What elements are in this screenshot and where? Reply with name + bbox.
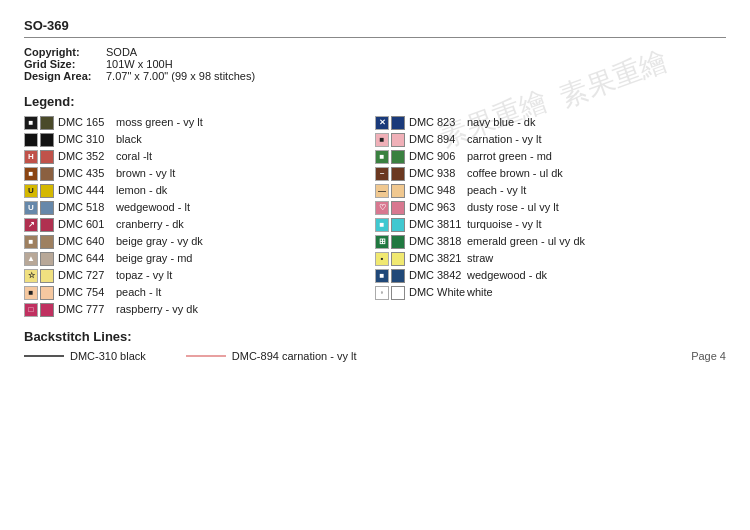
thread-name: wedgewood - lt [116, 200, 190, 215]
dmc-label: DMC [409, 149, 437, 164]
legend-row: ■ DMC 435 brown - vy lt [24, 166, 375, 181]
thread-name: peach - vy lt [467, 183, 526, 198]
thread-name: raspberry - vy dk [116, 302, 198, 317]
thread-number: 727 [86, 268, 116, 283]
dmc-label: DMC [58, 268, 86, 283]
legend-row: ✕ DMC 823 navy blue - dk [375, 115, 726, 130]
legend-row: DMC 310 black [24, 132, 375, 147]
dmc-label: DMC [409, 115, 437, 130]
thread-name: peach - lt [116, 285, 161, 300]
thread-name: dusty rose - ul vy lt [467, 200, 559, 215]
color-swatch [391, 286, 405, 300]
page-number: Page 4 [691, 350, 726, 362]
symbol-box: ☆ [24, 269, 38, 283]
dmc-label: DMC [58, 285, 86, 300]
legend-row: ☆ DMC 727 topaz - vy lt [24, 268, 375, 283]
dmc-label: DMC [58, 251, 86, 266]
thread-number: 938 [437, 166, 467, 181]
thread-number: 518 [86, 200, 116, 215]
legend-row: — DMC 948 peach - vy lt [375, 183, 726, 198]
legend-row: ▲ DMC 644 beige gray - md [24, 251, 375, 266]
color-swatch [40, 184, 54, 198]
color-swatch [40, 150, 54, 164]
color-swatch [40, 235, 54, 249]
legend-row: ■ DMC 3811 turquoise - vy lt [375, 217, 726, 232]
dmc-label: DMC [58, 200, 86, 215]
thread-number: 894 [437, 132, 467, 147]
thread-name: carnation - vy lt [467, 132, 542, 147]
thread-number: 3811 [437, 217, 467, 232]
thread-name: emerald green - ul vy dk [467, 234, 585, 249]
legend-row: H DMC 352 coral -lt [24, 149, 375, 164]
thread-name: beige gray - md [116, 251, 192, 266]
color-swatch [391, 252, 405, 266]
thread-number: 3842 [437, 268, 467, 283]
thread-number: White [437, 285, 467, 300]
dmc-label: DMC [58, 149, 86, 164]
symbol-box: ■ [24, 235, 38, 249]
thread-name: lemon - dk [116, 183, 167, 198]
dmc-label: DMC [58, 234, 86, 249]
legend-row: □ DMC 777 raspberry - vy dk [24, 302, 375, 317]
thread-name: coral -lt [116, 149, 152, 164]
meta-info: Copyright: SODA Grid Size: 101W x 100H D… [24, 46, 726, 82]
color-swatch [391, 150, 405, 164]
legend-row: ■ DMC 906 parrot green - md [375, 149, 726, 164]
thread-name: coffee brown - ul dk [467, 166, 563, 181]
dmc-label: DMC [409, 268, 437, 283]
backstitch-rows: DMC-310 black DMC-894 carnation - vy lt [24, 350, 726, 362]
symbol-box: ⊞ [375, 235, 389, 249]
page-title: SO-369 [24, 18, 726, 33]
thread-name: parrot green - md [467, 149, 552, 164]
color-swatch [391, 167, 405, 181]
symbol-box: ↗ [24, 218, 38, 232]
legend-columns: ■ DMC 165 moss green - vy lt DMC 310 bla… [24, 115, 726, 319]
thread-name: navy blue - dk [467, 115, 535, 130]
design-label: Design Area: [24, 70, 102, 82]
thread-number: 754 [86, 285, 116, 300]
legend-row: ■ DMC 894 carnation - vy lt [375, 132, 726, 147]
dmc-label: DMC [409, 285, 437, 300]
symbol-box: • [375, 252, 389, 266]
symbol-box: ✕ [375, 116, 389, 130]
copyright-value: SODA [106, 46, 137, 58]
backstitch-label: DMC-894 carnation - vy lt [232, 350, 357, 362]
backstitch-line [186, 355, 226, 357]
thread-name: wedgewood - dk [467, 268, 547, 283]
legend-row: ■ DMC 640 beige gray - vy dk [24, 234, 375, 249]
color-swatch [391, 116, 405, 130]
thread-number: 640 [86, 234, 116, 249]
thread-name: moss green - vy lt [116, 115, 203, 130]
symbol-box: ■ [24, 167, 38, 181]
legend-row: U DMC 444 lemon - dk [24, 183, 375, 198]
thread-number: 435 [86, 166, 116, 181]
symbol-box: ◦ [375, 286, 389, 300]
color-swatch [40, 286, 54, 300]
backstitch-item: DMC-310 black [24, 350, 146, 362]
dmc-label: DMC [58, 302, 86, 317]
dmc-label: DMC [58, 217, 86, 232]
dmc-label: DMC [409, 234, 437, 249]
color-swatch [391, 133, 405, 147]
thread-number: 906 [437, 149, 467, 164]
thread-number: 165 [86, 115, 116, 130]
copyright-label: Copyright: [24, 46, 102, 58]
dmc-label: DMC [58, 115, 86, 130]
backstitch-label: DMC-310 black [70, 350, 146, 362]
thread-number: 310 [86, 132, 116, 147]
color-swatch [40, 303, 54, 317]
legend-row: ♡ DMC 963 dusty rose - ul vy lt [375, 200, 726, 215]
backstitch-section: Backstitch Lines: DMC-310 black DMC-894 … [24, 329, 726, 362]
thread-name: beige gray - vy dk [116, 234, 203, 249]
thread-number: 823 [437, 115, 467, 130]
dmc-label: DMC [409, 166, 437, 181]
color-swatch [40, 269, 54, 283]
symbol-box: ■ [24, 286, 38, 300]
symbol-box: ■ [375, 218, 389, 232]
color-swatch [391, 218, 405, 232]
thread-number: 948 [437, 183, 467, 198]
symbol-box: ■ [375, 269, 389, 283]
thread-number: 352 [86, 149, 116, 164]
dmc-label: DMC [409, 217, 437, 232]
legend-row: U DMC 518 wedgewood - lt [24, 200, 375, 215]
